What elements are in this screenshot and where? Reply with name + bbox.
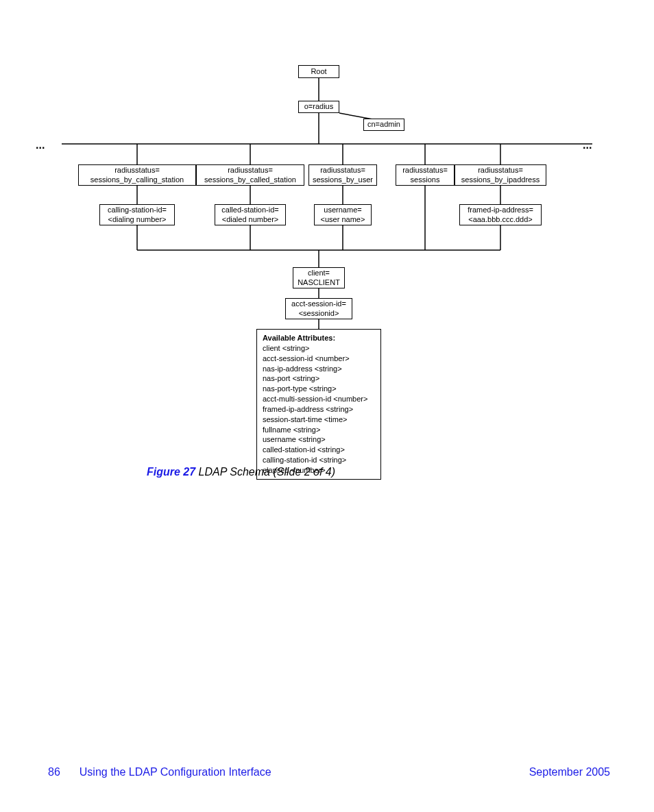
node-c1: calling-station-id= <dialing number> (99, 204, 175, 225)
attrs-title: Available Attributes: (263, 333, 375, 343)
figure-caption: Figure 27 LDAP Schema (Slide 2 of 4) (147, 466, 335, 478)
node-line: radiusstatus= (114, 166, 160, 175)
node-rs5: radiusstatus= sessions_by_ipaddress (455, 164, 546, 186)
node-line: acct-session-id= (291, 299, 346, 309)
attr-line: fullname <string> (263, 425, 375, 435)
node-rs4: radiusstatus= sessions (396, 164, 455, 186)
node-line: radiusstatus= (228, 166, 273, 175)
node-rs2: radiusstatus= sessions_by_called_station (196, 164, 304, 186)
attr-line: framed-ip-address <string> (263, 404, 375, 415)
node-rs3: radiusstatus= sessions_by_user (308, 164, 377, 186)
ellipsis-right: ... (583, 139, 592, 151)
attr-line: username <string> (263, 434, 375, 445)
attr-line: client <string> (263, 343, 375, 354)
attr-line: calling-station-id <string> (263, 455, 375, 465)
node-cnadmin: cn=admin (363, 119, 404, 131)
node-c3: username= <user name> (314, 204, 372, 225)
ldap-schema-diagram: Root o=radius cn=admin ... ... radiussta… (62, 58, 592, 473)
node-text: cn=admin (367, 120, 400, 130)
node-line: <dialed number> (222, 215, 279, 225)
node-client: client= NASCLIENT (293, 267, 345, 288)
node-line: sessions (411, 175, 440, 185)
ellipsis-left: ... (36, 139, 45, 151)
node-attributes: Available Attributes: client <string> ac… (256, 329, 381, 480)
footer-date: September 2005 (529, 766, 610, 778)
node-line: NASCLIENT (298, 278, 340, 288)
node-line: username= (324, 206, 361, 215)
node-line: framed-ip-address= (468, 206, 533, 215)
node-line: <dialing number> (108, 215, 166, 225)
node-line: calling-station-id= (108, 206, 167, 215)
attr-line: called-station-id <string> (263, 445, 375, 455)
node-rs1: radiusstatus= sessions_by_calling_statio… (78, 164, 196, 186)
node-root: Root (298, 65, 339, 78)
chapter-title: Using the LDAP Configuration Interface (80, 766, 271, 778)
node-line: radiusstatus= (320, 166, 365, 175)
attr-line: acct-session-id <number> (263, 354, 375, 364)
node-oradius: o=radius (298, 101, 339, 113)
node-c2: called-station-id= <dialed number> (215, 204, 286, 225)
node-text: Root (311, 67, 326, 77)
node-line: sessions_by_calling_station (90, 175, 184, 185)
node-line: <user name> (321, 215, 365, 225)
figure-number: Figure 27 (147, 466, 195, 478)
node-line: client= (308, 269, 330, 278)
node-c4: framed-ip-address= <aaa.bbb.ccc.ddd> (459, 204, 542, 225)
node-line: <sessionid> (299, 309, 339, 319)
figure-title: LDAP Schema (Slide 2 of 4) (199, 466, 336, 478)
attr-line: nas-ip-address <string> (263, 364, 375, 374)
attr-line: session-start-time <time> (263, 415, 375, 425)
attr-line: nas-port-type <string> (263, 384, 375, 394)
node-line: radiusstatus= (478, 166, 523, 175)
node-text: o=radius (304, 102, 334, 112)
attr-line: acct-multi-session-id <number> (263, 394, 375, 404)
node-line: called-station-id= (221, 206, 278, 215)
node-line: sessions_by_user (313, 175, 373, 185)
node-session: acct-session-id= <sessionid> (285, 298, 352, 319)
node-line: <aaa.bbb.ccc.ddd> (468, 215, 533, 225)
attr-line: nas-port <string> (263, 373, 375, 384)
node-line: sessions_by_called_station (204, 175, 296, 185)
node-line: sessions_by_ipaddress (461, 175, 540, 185)
page-footer: 86 Using the LDAP Configuration Interfac… (48, 766, 610, 778)
page-number: 86 (48, 766, 60, 778)
node-line: radiusstatus= (402, 166, 448, 175)
